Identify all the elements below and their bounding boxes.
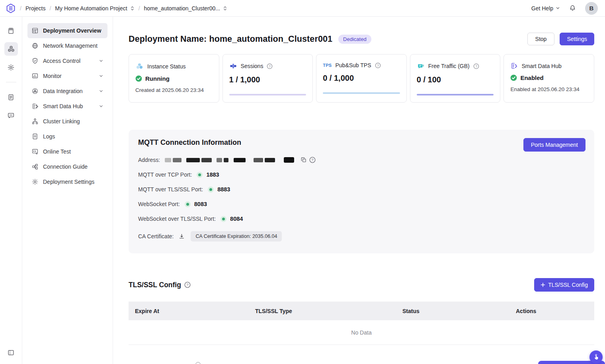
shield-check-icon (31, 57, 39, 64)
hub-status-value: Enabled (520, 74, 543, 81)
sidebar-item-network-management[interactable]: Network Management (27, 38, 107, 53)
ca-expiration-pill: CA Certificate Expiration: 2035.06.04 (191, 231, 282, 241)
help-icon[interactable]: ? (309, 157, 316, 163)
notifications-bell-icon[interactable] (569, 4, 576, 12)
project-selector-icon[interactable] (130, 6, 135, 11)
tls-config-table: Expire At TLS/SSL Type Status Actions No… (129, 302, 594, 345)
dashboard-icon (31, 27, 39, 34)
help-icon[interactable]: ? (375, 62, 381, 68)
tps-icon: TPS (323, 63, 332, 68)
breadcrumb-separator: / (20, 5, 21, 12)
redacted-address (165, 157, 294, 163)
port-label: WebSocket Port: (138, 201, 180, 207)
icon-rail (0, 17, 22, 364)
sitemap-icon (31, 118, 39, 125)
free-traffic-card: Free Traffic (GB) ? 0 / 100 (410, 54, 501, 103)
sidebar-item-data-integration[interactable]: Data Integration (27, 84, 107, 99)
online-test-icon (31, 148, 39, 155)
deployment-selector-icon[interactable] (223, 6, 227, 11)
mqtt-panel-title: MQTT Connection Information (138, 138, 585, 147)
logs-icon (31, 133, 39, 140)
port-value: 8083 (194, 201, 207, 207)
card-title: Sessions (241, 63, 263, 69)
column-expire-at: Expire At (135, 308, 255, 314)
chevron-down-icon (99, 74, 103, 78)
instance-status-value: Running (145, 75, 170, 82)
breadcrumb-project-name[interactable]: My Home Automation Project (55, 5, 127, 12)
get-help-menu[interactable]: Get Help (531, 5, 560, 12)
port-value: 8883 (217, 186, 230, 193)
column-status: Status (402, 308, 516, 314)
help-icon[interactable]: ? (184, 282, 191, 288)
svg-text:?: ? (312, 158, 314, 162)
docs-icon[interactable] (4, 90, 18, 104)
sidebar-item-deployment-settings[interactable]: Deployment Settings (27, 174, 107, 189)
download-ca-icon[interactable] (178, 233, 185, 240)
emqx-logo-icon[interactable] (6, 3, 16, 14)
address-label: Address: (138, 157, 160, 163)
smart-data-hub-icon (510, 62, 518, 70)
tps-progress-bar (323, 92, 400, 94)
breadcrumb-projects[interactable]: Projects (25, 5, 46, 12)
workspace-settings-gear-icon[interactable] (4, 60, 18, 74)
breadcrumb-separator: / (139, 5, 140, 12)
connection-guide-icon (31, 163, 39, 170)
chevron-down-icon (99, 58, 103, 63)
ports-management-button[interactable]: Ports Management (523, 138, 585, 152)
help-icon[interactable]: ? (267, 63, 273, 69)
help-icon[interactable]: ? (473, 63, 479, 69)
cluster-nodes-icon[interactable] (4, 42, 18, 56)
page-title: Deployment Name: home_automation_Cluster… (129, 34, 332, 44)
ca-certificate-label: CA Certificate: (138, 233, 174, 239)
port-label: MQTT over TLS/SSL Port: (138, 186, 203, 193)
card-title: Pub&Sub TPS (335, 62, 371, 68)
svg-text:?: ? (269, 64, 271, 68)
breadcrumb-deployment-name[interactable]: home_automation_Cluster00... (144, 5, 220, 12)
sidebar-item-deployment-overview[interactable]: Deployment Overview (27, 23, 107, 38)
svg-text:?: ? (186, 282, 188, 287)
sidebar-item-cluster-linking[interactable]: Cluster Linking (27, 114, 107, 129)
sidebar-item-access-control[interactable]: Access Control (27, 53, 107, 68)
sidebar-item-label: Cluster Linking (43, 118, 80, 125)
sidebar-item-label: Deployment Overview (43, 27, 101, 34)
traffic-value: 0 / 100 (417, 75, 494, 84)
smart-data-hub-icon (31, 103, 39, 110)
sidebar-item-connection-guide[interactable]: Connection Guide (27, 159, 107, 174)
sidebar-item-monitor[interactable]: Monitor (27, 68, 107, 84)
copy-address-icon[interactable] (301, 157, 307, 163)
sidebar-item-label: Monitor (43, 73, 62, 79)
breadcrumb-separator: / (49, 5, 51, 12)
port-value: 1883 (206, 171, 219, 178)
deployments-list-icon[interactable] (4, 24, 18, 37)
sidebar-item-label: Deployment Settings (43, 179, 94, 185)
stat-cards: Instance Status Running Created at 2025.… (129, 54, 594, 103)
settings-button[interactable]: Settings (560, 33, 594, 45)
user-avatar[interactable]: B (585, 2, 598, 15)
stop-button[interactable]: Stop (527, 33, 555, 45)
add-tls-config-button[interactable]: TLS/SSL Config (534, 278, 594, 292)
table-header-row: Expire At TLS/SSL Type Status Actions (129, 302, 594, 320)
feedback-chat-icon[interactable] (4, 109, 18, 122)
port-status-dot (197, 172, 203, 178)
sidebar-item-smart-data-hub[interactable]: Smart Data Hub (27, 99, 107, 114)
card-title: Instance Status (147, 63, 186, 70)
empty-state: No Data (129, 320, 594, 345)
column-tls-type: TLS/SSL Type (255, 308, 402, 314)
card-title: Free Traffic (GB) (428, 63, 470, 69)
tls-section-title: TLS/SSL Config (129, 281, 181, 289)
tps-value: 0 / 1,000 (323, 74, 400, 83)
cursor-tap-indicator (589, 350, 603, 364)
sidebar-item-logs[interactable]: Logs (27, 129, 107, 144)
port-label: WebSocket over TLS/SSL Port: (138, 216, 216, 222)
svg-text:?: ? (377, 63, 379, 67)
port-label: MQTT over TCP Port: (138, 171, 192, 178)
port-status-dot (208, 187, 214, 193)
card-title: Smart Data Hub (521, 63, 561, 69)
sessions-progress-bar (229, 94, 306, 95)
chevron-down-icon (556, 6, 560, 10)
collapse-sidebar-icon[interactable] (4, 346, 18, 359)
sidebar-item-online-test[interactable]: Online Test (27, 144, 107, 159)
svg-text:?: ? (475, 64, 477, 68)
check-circle-icon (510, 74, 517, 81)
sessions-value: 1 / 1,000 (229, 75, 306, 84)
